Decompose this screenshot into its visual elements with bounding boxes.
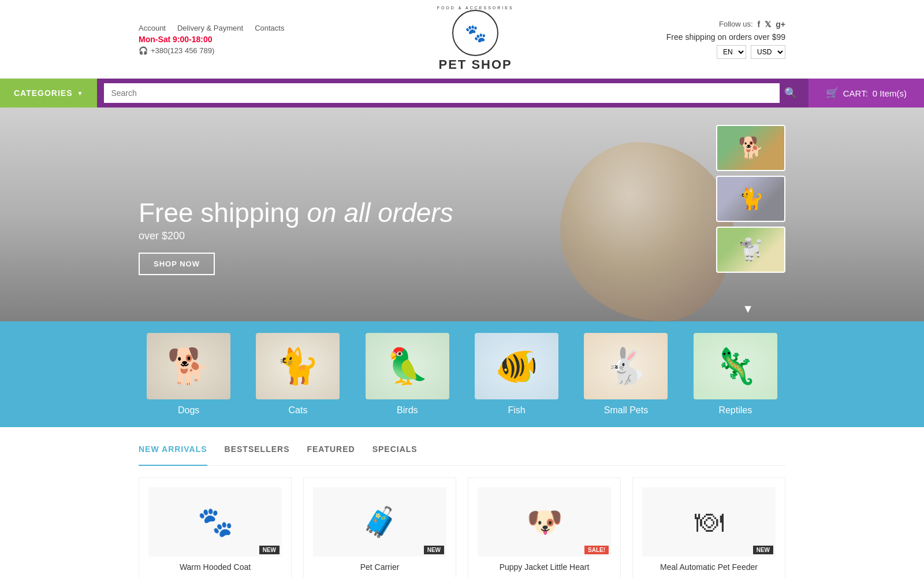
category-smallpets-label: Small Pets — [604, 405, 648, 416]
category-reptiles-label: Reptiles — [718, 405, 752, 416]
category-reptiles[interactable]: 🦎 Reptiles — [685, 333, 785, 416]
search-input[interactable] — [104, 83, 779, 103]
product-badge-0: NEW — [259, 546, 280, 554]
search-button[interactable]: 🔍 — [780, 87, 802, 99]
category-small-pets[interactable]: 🐇 Small Pets — [576, 333, 676, 416]
nav-delivery[interactable]: Delivery & Payment — [177, 24, 243, 32]
category-reptiles-image: 🦎 — [694, 333, 777, 399]
category-dogs-label: Dogs — [178, 405, 199, 416]
categories-strip: 🐕 Dogs 🐈 Cats 🦜 Birds 🐠 Fish 🐇 Small Pet… — [0, 321, 924, 427]
tabs-section: NEW ARRIVALS BESTSELLERS FEATURED SPECIA… — [0, 427, 924, 578]
product-badge-2: SALE! — [584, 546, 609, 554]
product-name-0: Warm Hooded Coat — [148, 562, 282, 572]
tab-new-arrivals[interactable]: NEW ARRIVALS — [139, 444, 207, 466]
top-bar: Account Delivery & Payment Contacts Mon-… — [0, 0, 924, 79]
product-card-3[interactable]: 🍽 NEW Meal Automatic Pet Feeder — [632, 477, 785, 578]
product-card-1[interactable]: 🧳 NEW Pet Carrier — [303, 477, 456, 578]
product-image-0: 🐾 NEW — [148, 487, 282, 557]
hero-title: Free shipping on all orders — [139, 198, 453, 228]
hero-thumb-dog2[interactable]: 🐩 — [716, 227, 785, 273]
language-select[interactable]: EN — [717, 45, 746, 59]
category-cats[interactable]: 🐈 Cats — [248, 333, 348, 416]
reptile-emoji: 🦎 — [714, 349, 757, 384]
cat-emoji: 🐈 — [276, 349, 319, 384]
top-nav: Account Delivery & Payment Contacts — [139, 24, 284, 32]
category-smallpets-image: 🐇 — [584, 333, 668, 399]
category-fish[interactable]: 🐠 Fish — [467, 333, 567, 416]
product-badge-3: NEW — [753, 546, 773, 554]
product-image-2: 🐶 SALE! — [478, 487, 611, 557]
lang-currency: EN USD — [666, 45, 785, 59]
hero-section: Free shipping on all orders over $200 SH… — [0, 108, 924, 321]
free-shipping-notice: Free shipping on orders over $99 — [666, 32, 785, 42]
category-cats-label: Cats — [289, 405, 308, 416]
nav-account[interactable]: Account — [139, 24, 166, 32]
shop-now-button[interactable]: SHOP NOW — [139, 253, 215, 275]
rabbit-emoji: 🐇 — [604, 349, 647, 384]
hero-sidebar: 🐕 🐈 🐩 — [716, 125, 785, 273]
social-google[interactable]: g+ — [776, 20, 785, 29]
logo-circle: 🐾 — [452, 10, 498, 56]
headphone-icon: 🎧 — [139, 46, 148, 55]
category-birds-image: 🦜 — [366, 333, 449, 399]
category-birds[interactable]: 🦜 Birds — [357, 333, 457, 416]
follow-us: Follow us: f 𝕏 g+ — [666, 20, 785, 29]
cart-icon: 🛒 — [826, 87, 839, 99]
logo-brand: PET SHOP — [438, 57, 512, 72]
cart-area[interactable]: 🛒 CART: 0 Item(s) — [808, 79, 924, 108]
hero-dog-image — [554, 125, 739, 321]
category-fish-label: Fish — [508, 405, 526, 416]
product-card-0[interactable]: 🐾 NEW Warm Hooded Coat — [139, 477, 292, 578]
hero-content: Free shipping on all orders over $200 SH… — [139, 198, 453, 275]
tabs-nav: NEW ARRIVALS BESTSELLERS FEATURED SPECIA… — [139, 444, 785, 466]
logo-area[interactable]: FOOD & ACCESSORIES 🐾 PET SHOP — [437, 6, 514, 72]
nav-contacts[interactable]: Contacts — [255, 24, 284, 32]
product-name-3: Meal Automatic Pet Feeder — [642, 562, 776, 572]
category-birds-label: Birds — [397, 405, 418, 416]
social-twitter[interactable]: 𝕏 — [765, 20, 771, 29]
product-card-2[interactable]: 🐶 SALE! Puppy Jacket Little Heart — [468, 477, 621, 578]
nav-bar: CATEGORIES ▼ 🔍 🛒 CART: 0 Item(s) — [0, 79, 924, 108]
phone-number: 🎧 +380(123 456 789) — [139, 46, 284, 55]
search-area: 🔍 — [97, 79, 808, 108]
hero-subtitle: over $200 — [139, 230, 453, 242]
product-image-3: 🍽 NEW — [642, 487, 776, 557]
tab-featured[interactable]: FEATURED — [307, 444, 355, 460]
category-fish-image: 🐠 — [475, 333, 558, 399]
category-dogs-image: 🐕 — [147, 333, 230, 399]
product-image-1: 🧳 NEW — [313, 487, 446, 557]
tab-specials[interactable]: SPECIALS — [372, 444, 418, 460]
hero-thumb-cat[interactable]: 🐈 — [716, 176, 785, 222]
hero-down-arrow[interactable]: ▼ — [742, 302, 754, 316]
product-name-2: Puppy Jacket Little Heart — [478, 562, 611, 572]
search-icon: 🔍 — [784, 87, 797, 99]
products-grid: 🐾 NEW Warm Hooded Coat 🧳 NEW Pet Carrier… — [139, 477, 785, 578]
logo-arc-top: FOOD & ACCESSORIES — [437, 6, 514, 10]
dog-emoji: 🐕 — [167, 349, 210, 384]
chevron-down-icon: ▼ — [77, 90, 84, 97]
hero-thumb-dog[interactable]: 🐕 — [716, 125, 785, 171]
product-name-1: Pet Carrier — [313, 562, 446, 572]
bird-emoji: 🦜 — [386, 349, 429, 384]
category-dogs[interactable]: 🐕 Dogs — [139, 333, 239, 416]
top-bar-right: Follow us: f 𝕏 g+ Free shipping on order… — [666, 20, 785, 59]
fish-emoji: 🐠 — [495, 349, 538, 384]
categories-button[interactable]: CATEGORIES ▼ — [0, 79, 97, 108]
tab-bestsellers[interactable]: BESTSELLERS — [225, 444, 290, 460]
category-cats-image: 🐈 — [256, 333, 340, 399]
store-hours: Mon-Sat 9:00-18:00 — [139, 35, 284, 44]
social-facebook[interactable]: f — [758, 20, 761, 29]
product-badge-1: NEW — [424, 546, 444, 554]
currency-select[interactable]: USD — [751, 45, 785, 59]
top-bar-left: Account Delivery & Payment Contacts Mon-… — [139, 24, 284, 55]
